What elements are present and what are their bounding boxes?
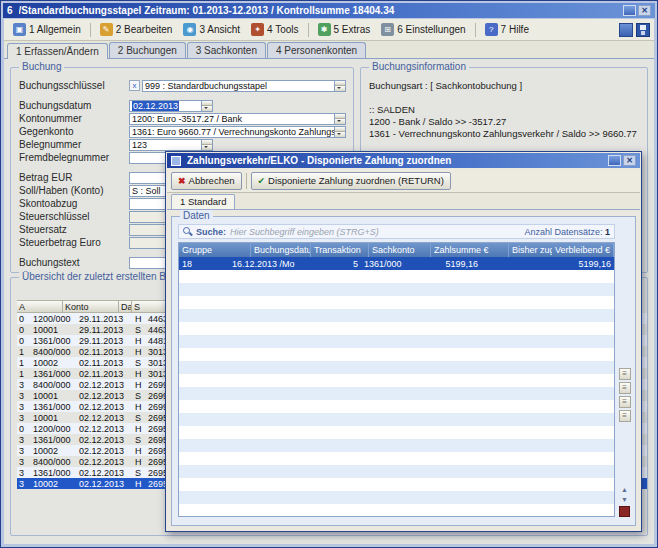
- dialog-toolbar: ✖ Abbrechen ✔ Disponierte Zahlung zuordn…: [167, 169, 640, 193]
- spinner-icon[interactable]: [201, 140, 212, 150]
- window-close-button[interactable]: ✕: [638, 5, 651, 16]
- steuersatz-label: Steuersatz: [19, 224, 129, 235]
- column-header[interactable]: Datum: [119, 300, 132, 313]
- spinner-icon[interactable]: [334, 81, 345, 91]
- menu-extras[interactable]: ✱ 5 Extras: [313, 21, 376, 38]
- gegenkonto-label: Gegenkonto: [19, 126, 129, 137]
- spinner-icon[interactable]: [334, 114, 345, 124]
- info-line: [369, 92, 639, 104]
- kontonummer-input[interactable]: 1200: Euro -3517.27 / Bank: [129, 113, 346, 125]
- column-header[interactable]: Konto: [63, 300, 119, 313]
- scroll-up-icon[interactable]: ▲: [621, 486, 628, 494]
- buchungsinformation-legend: Buchungsinformation: [369, 61, 469, 72]
- titlebar: 6 /Standardbuchungsstapel Zeitraum: 01.2…: [3, 3, 655, 18]
- clear-icon[interactable]: x: [129, 80, 140, 91]
- list-view-icon[interactable]: ≡: [619, 410, 631, 422]
- search-label: Suche:: [196, 227, 226, 237]
- spinner-icon[interactable]: [201, 101, 212, 111]
- list-view-icon[interactable]: ≡: [619, 396, 631, 408]
- buchungsdatum-input[interactable]: 02.12.2013: [129, 100, 213, 112]
- list-view-icon[interactable]: ≡: [619, 368, 631, 380]
- tab-buchungen[interactable]: 2 Buchungen: [109, 42, 186, 58]
- belegnummer-input[interactable]: 123: [129, 139, 213, 151]
- hilfe-icon: ?: [485, 23, 498, 36]
- assign-icon: ✔: [258, 176, 266, 186]
- assign-payment-dialog: Zahlungsverkehr/ELKO - Disponierte Zahlu…: [165, 151, 642, 532]
- dialog-titlebar: Zahlungsverkehr/ELKO - Disponierte Zahlu…: [167, 153, 640, 168]
- menu-tools[interactable]: ✦ 4 Tools: [246, 21, 304, 38]
- payment-row[interactable]: 18 16.12.2013 /Mo 5 1361/000 5199,16 519…: [179, 257, 614, 270]
- menubar: ▣ 1 Allgemein ✎ 2 Bearbeiten ◉ 3 Ansicht…: [4, 19, 654, 41]
- spinner-icon[interactable]: [334, 127, 345, 137]
- scroll-down-icon[interactable]: ▼: [621, 496, 628, 504]
- grid-side-toolbar: ≡ ≡ ≡ ≡ ▲ ▼: [617, 242, 632, 517]
- buchungsschluessel-input[interactable]: 999 : Standardbuchungsstapel: [142, 80, 346, 92]
- extras-icon: ✱: [318, 23, 331, 36]
- tab-standard[interactable]: 1 Standard: [171, 194, 235, 209]
- window-restore-button[interactable]: [623, 5, 636, 16]
- fremdbelegnummer-label: Fremdbelegnummer: [19, 152, 129, 163]
- info-line: :: SALDEN: [369, 104, 639, 116]
- sollhaben-label: Soll/Haben (Konto): [19, 185, 129, 196]
- record-count-value: 1: [605, 227, 610, 237]
- column-header[interactable]: Sachkonto: [369, 243, 431, 257]
- daten-group: Daten Suche: Hier Suchbegriff eingeben (…: [171, 216, 636, 526]
- ansicht-icon: ◉: [183, 23, 196, 36]
- betrag-label: Betrag EUR: [19, 172, 129, 183]
- steuerschluessel-label: Steuerschlüssel: [19, 211, 129, 222]
- cancel-icon: ✖: [178, 176, 186, 186]
- menu-separator: [475, 23, 476, 37]
- column-header[interactable]: Transaktion: [311, 243, 369, 257]
- allgemein-icon: ▣: [13, 23, 26, 36]
- stop-icon[interactable]: [619, 506, 630, 517]
- dialog-close-button[interactable]: ✕: [623, 155, 636, 166]
- dialog-restore-button[interactable]: [608, 155, 621, 166]
- buchungstext-label: Buchungstext: [19, 257, 129, 268]
- dialog-icon: [171, 156, 181, 166]
- tab-sachkonten[interactable]: 3 Sachkonten: [187, 42, 266, 58]
- main-tabstrip: 1 Erfassen/Ändern 2 Buchungen 3 Sachkont…: [4, 41, 654, 59]
- search-input[interactable]: Hier Suchbegriff eingeben (STRG+S): [230, 227, 520, 237]
- window-icon[interactable]: [619, 23, 633, 37]
- menu-separator: [90, 23, 91, 37]
- menu-ansicht[interactable]: ◉ 3 Ansicht: [178, 21, 245, 38]
- buchungsinformation-text: Buchungsart : [ Sachkontobuchung ]:: SAL…: [361, 68, 647, 164]
- window-title: /Standardbuchungsstapel Zeitraum: 01.201…: [19, 5, 617, 16]
- info-line: 1200 - Bank / Saldo >> -3517.27: [369, 116, 639, 128]
- column-header[interactable]: Buchungsdatum: [251, 243, 311, 257]
- save-icon[interactable]: [636, 23, 650, 37]
- column-header[interactable]: Verbleibend €: [552, 243, 614, 257]
- column-header[interactable]: A: [17, 300, 63, 313]
- window-number: 6: [7, 5, 13, 16]
- bearbeiten-icon: ✎: [100, 23, 113, 36]
- list-view-icon[interactable]: ≡: [619, 382, 631, 394]
- kontonummer-label: Kontonummer: [19, 113, 129, 124]
- daten-legend: Daten: [180, 210, 213, 221]
- grid-empty-rows: [179, 270, 614, 516]
- menu-bearbeiten[interactable]: ✎ 2 Bearbeiten: [95, 21, 178, 38]
- menu-hilfe[interactable]: ? 7 Hilfe: [480, 21, 534, 38]
- column-header[interactable]: Gruppe: [179, 243, 251, 257]
- einstellungen-icon: ⊞: [381, 23, 394, 36]
- dialog-title: Zahlungsverkehr/ELKO - Disponierte Zahlu…: [187, 155, 602, 166]
- search-icon: [183, 227, 192, 237]
- tab-personenkonten[interactable]: 4 Personenkonten: [267, 42, 366, 58]
- dialog-tabstrip: 1 Standard: [167, 193, 640, 210]
- menu-allgemein[interactable]: ▣ 1 Allgemein: [8, 21, 86, 38]
- grid-rows: 18 16.12.2013 /Mo 5 1361/000 5199,16 519…: [179, 257, 614, 270]
- steuerbetrag-label: Steuerbetrag Euro: [19, 237, 129, 248]
- menu-einstellungen[interactable]: ⊞ 6 Einstellungen: [376, 21, 470, 38]
- assign-payment-button[interactable]: ✔ Disponierte Zahlung zuordnen (RETURN): [251, 172, 451, 190]
- buchungsschluessel-label: Buchungsschlüssel: [19, 80, 129, 91]
- payments-grid: GruppeBuchungsdatumTransaktionSachkontoZ…: [178, 242, 615, 517]
- cancel-button[interactable]: ✖ Abbrechen: [171, 172, 242, 190]
- column-header[interactable]: Zahlsumme €: [431, 243, 509, 257]
- column-header[interactable]: Bisher zugeordnet: [509, 243, 552, 257]
- search-bar: Suche: Hier Suchbegriff eingeben (STRG+S…: [178, 224, 615, 239]
- grid-header: GruppeBuchungsdatumTransaktionSachkontoZ…: [179, 243, 614, 257]
- info-line: Buchungsart : [ Sachkontobuchung ]: [369, 80, 639, 92]
- gegenkonto-input[interactable]: 1361: Euro 9660.77 / Verrechnungskonto Z…: [129, 126, 346, 138]
- skontoabzug-label: Skontoabzug: [19, 198, 129, 209]
- tab-erfassen-aendern[interactable]: 1 Erfassen/Ändern: [7, 43, 108, 59]
- tools-icon: ✦: [251, 23, 264, 36]
